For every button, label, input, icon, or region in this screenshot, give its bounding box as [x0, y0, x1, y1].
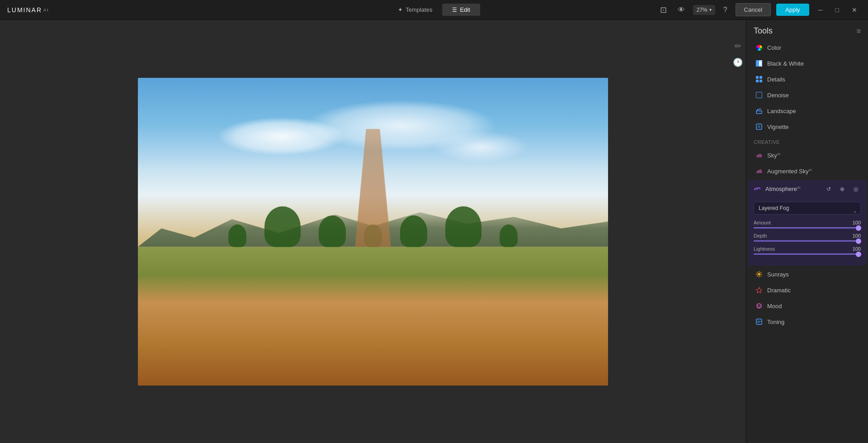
topbar: LUMINARAI ✦ Templates ☰ Edit ⊡ 👁 27% ▾ ?…: [0, 0, 868, 20]
templates-tab[interactable]: ✦ Templates: [388, 4, 442, 16]
tree: [228, 224, 246, 247]
atmosphere-reset-button[interactable]: ↺: [824, 184, 834, 194]
atmosphere-header[interactable]: AtmosphereAI ↺ ⊕ ◎: [748, 180, 866, 198]
atmosphere-icon: [754, 186, 761, 193]
app-logo: LUMINARAI: [7, 6, 49, 14]
svg-point-6: [758, 273, 760, 276]
svg-line-12: [760, 276, 761, 276]
amount-track[interactable]: [754, 227, 861, 229]
templates-icon: ✦: [398, 6, 403, 13]
amount-thumb[interactable]: [856, 225, 861, 231]
tools-options-button[interactable]: ≡: [857, 27, 861, 35]
sidebar-item-denoise[interactable]: Denoise: [748, 87, 866, 103]
vignette-icon: [755, 123, 763, 130]
zoom-control[interactable]: 27% ▾: [693, 5, 715, 15]
right-edge-panel: ✏ 🕐: [730, 36, 746, 72]
svg-point-17: [760, 305, 760, 306]
dramatic-icon: [755, 286, 763, 294]
fog-type-select[interactable]: Layered Fog: [754, 202, 861, 214]
svg-line-14: [757, 276, 758, 276]
tree: [264, 206, 301, 247]
lightness-label: Lightness: [754, 246, 775, 252]
photo-canvas: [138, 78, 608, 386]
sidebar-item-black-white[interactable]: Black & White: [748, 56, 866, 71]
landscape-icon: [755, 107, 763, 114]
lightness-thumb[interactable]: [856, 252, 861, 257]
dramatic-label: Dramatic: [767, 287, 859, 294]
right-sidebar: Tools ≡ Color Black & White: [746, 20, 868, 443]
atmosphere-info-button[interactable]: ⊕: [837, 184, 847, 194]
logo-text: LUMINAR: [7, 6, 42, 14]
augmented-sky-label: Augmented SkyAI: [767, 168, 859, 175]
apply-button[interactable]: Apply: [776, 4, 809, 16]
sidebar-item-dramatic[interactable]: Dramatic: [748, 282, 866, 298]
mood-icon: [755, 302, 763, 310]
atmosphere-toggle-button[interactable]: ◎: [851, 184, 861, 194]
svg-line-11: [757, 272, 758, 273]
augmented-sky-icon: [755, 168, 763, 175]
lightness-track[interactable]: [754, 253, 861, 255]
sidebar-item-landscape[interactable]: Landscape: [748, 103, 866, 119]
depth-value: 100: [853, 233, 861, 238]
close-button[interactable]: ✕: [848, 5, 861, 15]
zoom-value: 27%: [697, 7, 708, 13]
denoise-label: Denoise: [767, 92, 859, 99]
edit-tab[interactable]: ☰ Edit: [442, 4, 480, 16]
black-white-label: Black & White: [767, 60, 859, 67]
canvas-area: [0, 20, 746, 443]
toning-label: Toning: [767, 319, 859, 325]
edit-label: Edit: [460, 6, 470, 13]
lightness-fill: [754, 253, 861, 255]
minimize-button[interactable]: ─: [815, 5, 826, 15]
svg-point-5: [758, 125, 760, 128]
sky-label: SkyAI: [767, 152, 859, 159]
svg-line-13: [760, 272, 761, 273]
sliders-icon: ≡: [857, 27, 861, 35]
lightness-value: 100: [853, 246, 861, 252]
sidebar-item-mood[interactable]: Mood: [748, 298, 866, 314]
sidebar-item-color[interactable]: Color: [748, 40, 866, 55]
depth-slider-row: Depth 100: [754, 233, 861, 242]
sunrays-label: Sunrays: [767, 271, 859, 278]
eye-icon[interactable]: 👁: [675, 4, 688, 16]
templates-label: Templates: [406, 6, 432, 13]
compare-icon[interactable]: ⊡: [657, 3, 670, 17]
landscape-label: Landscape: [767, 108, 859, 114]
pen-tool-icon[interactable]: ✏: [731, 40, 744, 52]
depth-thumb[interactable]: [856, 238, 861, 244]
sidebar-item-vignette[interactable]: Vignette: [748, 119, 866, 134]
tree: [500, 224, 518, 247]
atmosphere-panel: AtmosphereAI ↺ ⊕ ◎ Layered Fog: [748, 180, 866, 266]
amount-fill: [754, 227, 861, 229]
sidebar-item-augmented-sky[interactable]: Augmented SkyAI: [748, 164, 866, 179]
details-label: Details: [767, 76, 859, 83]
maximize-button[interactable]: □: [832, 5, 843, 15]
amount-slider-row: Amount 100: [754, 220, 861, 229]
topbar-right: ⊡ 👁 27% ▾ ? Cancel Apply ─ □ ✕: [657, 3, 861, 17]
denoise-icon: [755, 91, 763, 99]
fog-type-wrapper: Layered Fog: [754, 202, 861, 220]
sunrays-icon: [755, 271, 763, 278]
vignette-label: Vignette: [767, 124, 859, 130]
cancel-button[interactable]: Cancel: [736, 3, 771, 16]
photo-container: [138, 78, 608, 386]
svg-point-16: [758, 305, 759, 306]
road-layer: [336, 129, 410, 386]
clock-icon[interactable]: 🕐: [731, 56, 744, 69]
sidebar-item-toning[interactable]: Toning: [748, 314, 866, 329]
bw-icon: [755, 60, 763, 67]
lightness-slider-row: Lightness 100: [754, 246, 861, 255]
svg-rect-19: [757, 321, 761, 322]
tree: [445, 206, 481, 247]
sidebar-item-sunrays[interactable]: Sunrays: [748, 267, 866, 282]
depth-track[interactable]: [754, 240, 861, 242]
tree: [400, 215, 427, 247]
atmosphere-content: Layered Fog Amount 100: [748, 198, 866, 266]
help-icon[interactable]: ?: [721, 4, 730, 16]
topbar-center: ✦ Templates ☰ Edit: [388, 4, 480, 16]
sidebar-item-details[interactable]: Details: [748, 71, 866, 87]
tree: [319, 215, 346, 247]
tools-title: Tools: [754, 26, 773, 36]
sidebar-item-sky[interactable]: SkyAI: [748, 148, 866, 163]
edit-icon: ☰: [452, 7, 457, 13]
